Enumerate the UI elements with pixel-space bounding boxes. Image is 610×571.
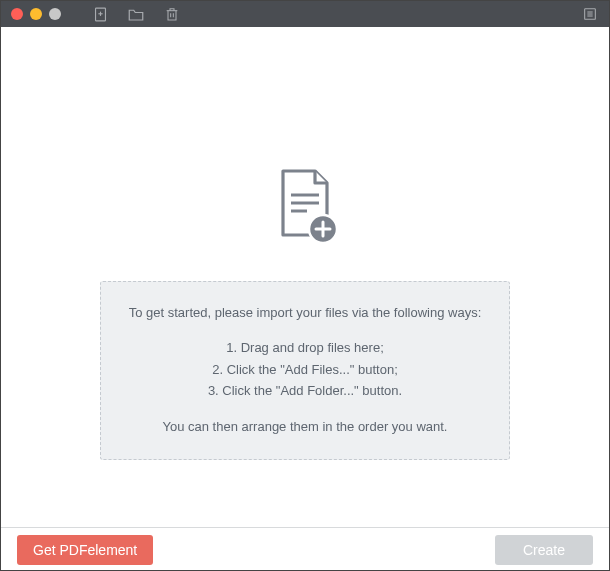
main-content: To get started, please import your files…: [1, 27, 609, 527]
get-pdfelement-button[interactable]: Get PDFelement: [17, 535, 153, 565]
instruction-step-3: 3. Click the "Add Folder..." button.: [119, 380, 491, 401]
instruction-panel: To get started, please import your files…: [100, 281, 510, 460]
footer-bar: Get PDFelement Create: [1, 527, 609, 571]
window-controls: [11, 8, 61, 20]
folder-icon[interactable]: [127, 5, 145, 23]
add-file-icon[interactable]: [91, 5, 109, 23]
zoom-window-button[interactable]: [49, 8, 61, 20]
instruction-outro: You can then arrange them in the order y…: [119, 416, 491, 437]
trash-icon[interactable]: [163, 5, 181, 23]
minimize-window-button[interactable]: [30, 8, 42, 20]
document-add-icon: [269, 167, 341, 253]
instruction-step-2: 2. Click the "Add Files..." button;: [119, 359, 491, 380]
toolbar: [91, 5, 181, 23]
close-window-button[interactable]: [11, 8, 23, 20]
window-titlebar: [1, 1, 609, 27]
list-icon[interactable]: [581, 5, 599, 23]
instruction-step-1: 1. Drag and drop files here;: [119, 337, 491, 358]
instruction-steps: 1. Drag and drop files here; 2. Click th…: [119, 337, 491, 401]
instruction-intro: To get started, please import your files…: [119, 302, 491, 323]
create-button: Create: [495, 535, 593, 565]
